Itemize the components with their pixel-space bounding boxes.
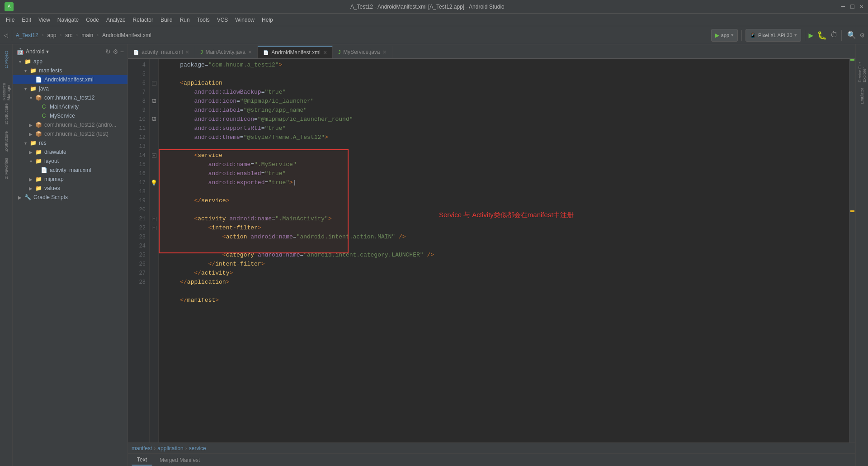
title-text: A_Test12 - AndroidManifest.xml [A_Test12… xyxy=(350,4,505,10)
fold-icon-service[interactable]: − xyxy=(150,151,158,160)
folder-icon: 📁 xyxy=(24,58,32,65)
sidebar-item-device-file-explorer[interactable]: Device File Explorer xyxy=(857,46,868,82)
menu-view[interactable]: View xyxy=(35,15,54,25)
menu-edit[interactable]: Edit xyxy=(18,15,35,25)
settings-icon[interactable]: ⚙ xyxy=(860,31,864,40)
sidebar-item-project[interactable]: 1: Project xyxy=(1,46,12,73)
tree-settings-icon[interactable]: ⚙ xyxy=(113,48,118,55)
tab-text[interactable]: Text xyxy=(132,455,152,466)
package-icon: 📦 xyxy=(34,130,42,138)
menu-run[interactable]: Run xyxy=(176,15,193,25)
breadcrumb-application[interactable]: application xyxy=(157,445,183,452)
tree-item-app[interactable]: ▾ 📁 app xyxy=(13,57,127,66)
tab-close[interactable]: × xyxy=(323,49,327,56)
toolbar-breadcrumb-app[interactable]: app xyxy=(47,32,57,38)
close-btn[interactable]: ✕ xyxy=(860,3,863,10)
code-content[interactable]: Service 与 Activity类似都会在manifest中注册 packa… xyxy=(159,59,849,442)
fold-icon-application[interactable]: − xyxy=(150,79,158,88)
bulb-icon[interactable]: 💡 xyxy=(150,178,158,187)
tree-item-layout[interactable]: ▾ 📁 layout xyxy=(13,157,127,166)
debug-button[interactable]: 🐛 xyxy=(817,30,827,40)
code-line-14: android:name=".MyService" xyxy=(164,160,849,169)
tab-icon: J xyxy=(338,50,340,55)
tree-item-package-main[interactable]: ▾ 📦 com.hnucm.a_test12 xyxy=(13,93,127,102)
menu-analyze[interactable]: Analyze xyxy=(103,15,129,25)
code-line-13: <service xyxy=(164,151,849,160)
menu-refactor[interactable]: Refactor xyxy=(129,15,157,25)
sidebar-item-emulator[interactable]: Emulator xyxy=(857,82,868,109)
app-icon: A xyxy=(5,2,14,11)
sidebar-item-resource-manager[interactable]: Resource Manager xyxy=(1,73,12,100)
menu-tools[interactable]: Tools xyxy=(193,15,213,25)
code-line-25: </manifest> xyxy=(164,296,849,305)
fold-gutter: − 🖼 🖼 − 💡 xyxy=(150,59,159,442)
tab-merged-manifest[interactable]: Merged Manifest xyxy=(154,455,205,466)
tree-item-mipmap[interactable]: ▶ 📁 mipmap xyxy=(13,175,127,184)
menu-vcs[interactable]: VCS xyxy=(213,15,232,25)
tab-close[interactable]: × xyxy=(185,48,189,56)
toolbar-breadcrumb-file[interactable]: AndroidManifest.xml xyxy=(102,32,151,38)
tree-item-java[interactable]: ▾ 📁 java xyxy=(13,84,127,93)
menu-help[interactable]: Help xyxy=(258,15,277,25)
tree-collapse-icon[interactable]: − xyxy=(120,48,124,55)
tree-item-activity-main-xml[interactable]: 📄 activity_main.xml xyxy=(13,166,127,175)
maximize-btn[interactable]: □ xyxy=(850,3,854,10)
tab-mainactivity[interactable]: J MainActivity.java × xyxy=(195,46,258,58)
code-line-16: android:exported="true">| xyxy=(164,178,849,187)
breadcrumb-service[interactable]: service xyxy=(189,445,206,452)
main-layout: 1: Project Resource Manager 2: Structure… xyxy=(0,44,868,466)
run-button[interactable]: ▶ xyxy=(809,30,814,40)
profile-button[interactable]: ⏱ xyxy=(830,31,838,39)
code-line-11: android:supportsRtl="true" xyxy=(164,124,849,133)
app-selector[interactable]: ▶ app ▾ xyxy=(711,29,738,42)
menu-file[interactable]: File xyxy=(2,15,18,25)
breadcrumb-manifest[interactable]: manifest xyxy=(132,445,152,452)
tree-item-package-android[interactable]: ▶ 📦 com.hnucm.a_test12 (andro... xyxy=(13,120,127,129)
device-selector[interactable]: 📱 Pixel XL API 30 ▾ xyxy=(745,29,801,42)
menu-code[interactable]: Code xyxy=(82,15,103,25)
tab-activity-main[interactable]: 📄 activity_main.xml × xyxy=(128,46,195,58)
tree-item-label: com.hnucm.a_test12 xyxy=(44,95,94,101)
folder-icon: 📁 xyxy=(29,139,37,147)
error-stripe-green xyxy=(850,59,854,61)
fold-icon-intent[interactable]: − xyxy=(150,223,158,233)
tree-item-values[interactable]: ▶ 📁 values xyxy=(13,184,127,193)
tree-item-mainactivity[interactable]: C MainActivity xyxy=(13,102,127,111)
nav-back-icon[interactable]: ◁ xyxy=(4,31,8,40)
tab-close[interactable]: × xyxy=(248,48,252,56)
code-editor[interactable]: 4 5 6 7 8 9 10 11 12 13 14 15 16 17 18 1… xyxy=(128,59,855,442)
toolbar-breadcrumb-src[interactable]: src xyxy=(65,32,72,38)
tree-item-manifests[interactable]: ▾ 📁 manifests xyxy=(13,66,127,75)
tree-item-package-test[interactable]: ▶ 📦 com.hnucm.a_test12 (test) xyxy=(13,129,127,138)
fold-icon-activity[interactable]: − xyxy=(150,214,158,223)
menu-window[interactable]: Window xyxy=(231,15,258,25)
tree-item-drawable[interactable]: ▶ 📁 drawable xyxy=(13,147,127,157)
tab-androidmanifest[interactable]: 📄 AndroidManifest.xml × xyxy=(258,46,333,58)
tree-item-label: activity_main.xml xyxy=(50,167,91,173)
tree-item-myservice[interactable]: C MyService xyxy=(13,111,127,120)
tab-myservice[interactable]: J MyService.java × xyxy=(333,46,392,58)
sep1 xyxy=(12,30,12,41)
toolbar-breadcrumb-main[interactable]: main xyxy=(81,32,93,38)
sep2 xyxy=(741,30,742,41)
tree-item-label: MyService xyxy=(50,113,75,119)
code-line-blank1 xyxy=(164,142,849,151)
tree-sync-icon[interactable]: ↻ xyxy=(105,48,111,55)
android-tree-icon: 🤖 xyxy=(16,48,24,55)
android-dropdown[interactable]: Android ▾ xyxy=(26,48,49,55)
sidebar-item-structure[interactable]: 2: Structure xyxy=(1,100,12,128)
left-sidebar-icons: 1: Project Resource Manager 2: Structure… xyxy=(0,44,13,466)
tree-item-gradle-scripts[interactable]: ▶ 🔧 Gradle Scripts xyxy=(13,193,127,202)
toolbar-breadcrumb-project[interactable]: A_Test12 xyxy=(16,32,38,38)
sidebar-item-z-structure[interactable]: Z-Structure xyxy=(1,128,12,155)
search-everywhere-icon[interactable]: 🔍 xyxy=(847,31,856,40)
minimize-btn[interactable]: ─ xyxy=(841,3,845,10)
tree-item-res[interactable]: ▾ 📁 res xyxy=(13,138,127,147)
sidebar-item-favorites[interactable]: 2: Favorites xyxy=(1,155,12,182)
window-controls[interactable]: ─ □ ✕ xyxy=(841,3,863,10)
tree-item-androidmanifest[interactable]: 📄 AndroidManifest.xml xyxy=(13,75,127,84)
menu-navigate[interactable]: Navigate xyxy=(54,15,82,25)
menu-build[interactable]: Build xyxy=(157,15,176,25)
tree-item-label: res xyxy=(39,140,47,146)
tab-close[interactable]: × xyxy=(382,48,386,56)
